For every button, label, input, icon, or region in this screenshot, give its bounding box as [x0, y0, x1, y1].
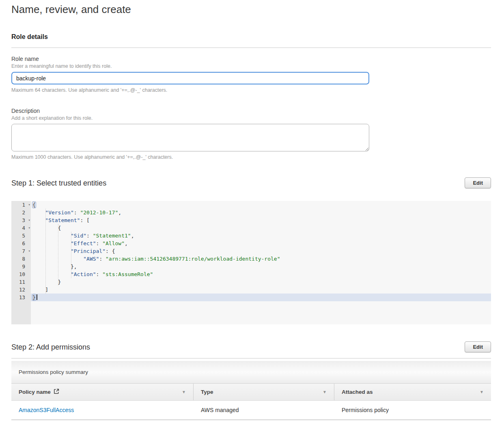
line-number: 3 [22, 217, 25, 223]
code-line-text: "Version": "2012-10-17", [31, 209, 491, 216]
line-number: 2 [22, 209, 25, 216]
line-number-gutter: 4▾ [11, 224, 31, 232]
divider [11, 47, 491, 48]
main-content: Name, review, and create Role details Ro… [0, 0, 504, 421]
line-number: 5 [22, 233, 25, 239]
line-number-gutter: 10 [11, 270, 31, 278]
code-line[interactable]: 7▾ "Principal": { [11, 247, 491, 255]
indent-guide [71, 232, 71, 278]
code-line-text: } [31, 278, 491, 286]
code-line-text: "Statement": [ [31, 216, 491, 224]
step2-heading: Step 2: Add permissions [11, 341, 90, 353]
description-constraint: Maximum 1000 characters. Use alphanumeri… [11, 154, 491, 160]
permissions-table-body: AmazonS3FullAccessAWS managedPermissions… [11, 401, 491, 420]
column-header-type[interactable]: Type ▼ [194, 384, 334, 400]
description-label: Description [11, 107, 491, 114]
code-line[interactable] [11, 309, 491, 317]
column-header-policy-name[interactable]: Policy name ▼ [11, 384, 194, 400]
permissions-policy-panel: Permissions policy summary Policy name ▼… [11, 361, 491, 420]
indent-guide [58, 224, 58, 286]
line-number: 13 [19, 294, 25, 300]
code-line-text: "Effect": "Allow", [31, 240, 491, 247]
line-number: 6 [22, 240, 25, 246]
line-number: 7 [22, 248, 25, 254]
code-line-text: }, [31, 263, 491, 270]
edit-permissions-button[interactable]: Edit [465, 341, 491, 352]
type-column-label: Type [201, 389, 213, 395]
line-number-gutter: 9 [11, 263, 31, 270]
code-line-text: "AWS": "arn:aws:iam::541263489771:role/w… [31, 255, 491, 263]
code-line-text [31, 317, 491, 324]
line-number-gutter: 13 [11, 294, 31, 301]
code-line[interactable]: 4▾ { [11, 224, 491, 232]
code-line[interactable]: 6 "Effect": "Allow", [11, 240, 491, 247]
code-line-text: "Principal": { [31, 247, 491, 255]
column-header-attached-as[interactable]: Attached as ▼ [334, 384, 491, 400]
line-number-gutter: 6 [11, 240, 31, 247]
code-line-text: "Action": "sts:AssumeRole" [31, 270, 491, 278]
step1-header-row: Step 1: Select trusted entities Edit [11, 177, 491, 189]
code-line[interactable]: 13} [11, 294, 491, 301]
code-line[interactable]: 3▾ "Statement": [ [11, 216, 491, 224]
table-row: AmazonS3FullAccessAWS managedPermissions… [11, 401, 491, 420]
line-number: 11 [19, 279, 25, 285]
line-number-gutter: 1▾ [11, 201, 31, 209]
edit-trusted-entities-button[interactable]: Edit [465, 177, 491, 188]
line-number: 12 [19, 287, 25, 293]
line-number: 10 [19, 271, 25, 277]
line-number-gutter [11, 301, 31, 309]
code-line[interactable]: 11 } [11, 278, 491, 286]
fold-arrow-icon[interactable]: ▾ [28, 201, 30, 209]
fold-arrow-icon[interactable]: ▾ [28, 224, 30, 232]
code-line[interactable]: 1▾{ [11, 201, 491, 209]
sort-icon[interactable]: ▼ [182, 390, 186, 394]
step2-header-row: Step 2: Add permissions Edit [11, 341, 491, 353]
code-lines: 1▾{2 "Version": "2012-10-17",3▾ "Stateme… [11, 201, 491, 324]
line-number-gutter: 11 [11, 278, 31, 286]
code-line-text: { [31, 224, 491, 232]
line-number: 4 [22, 225, 25, 231]
fold-arrow-icon[interactable]: ▾ [28, 216, 30, 224]
attached-as-cell: Permissions policy [334, 407, 491, 413]
sort-icon[interactable]: ▼ [480, 390, 484, 394]
code-line[interactable]: 9 }, [11, 263, 491, 270]
description-block: Description Add a short explanation for … [11, 107, 491, 160]
permissions-table-header: Policy name ▼ Type ▼ Attached as ▼ [11, 384, 491, 401]
sort-icon[interactable]: ▼ [323, 390, 327, 394]
trust-policy-editor[interactable]: 1▾{2 "Version": "2012-10-17",3▾ "Stateme… [11, 201, 491, 324]
line-number-gutter [11, 309, 31, 317]
code-line-text: { [31, 201, 491, 209]
text-cursor-icon [37, 294, 37, 300]
page-title: Name, review, and create [11, 3, 491, 16]
line-number-gutter: 8 [11, 255, 31, 263]
line-number-gutter [11, 317, 31, 324]
line-number: 8 [22, 256, 25, 262]
line-number-gutter: 12 [11, 286, 31, 294]
line-number-gutter: 7▾ [11, 247, 31, 255]
role-details-heading: Role details [11, 33, 491, 41]
step1-heading: Step 1: Select trusted entities [11, 177, 106, 189]
policy-name-link[interactable]: AmazonS3FullAccess [19, 407, 74, 413]
fold-arrow-icon[interactable]: ▾ [28, 247, 30, 255]
divider [11, 358, 491, 358]
role-name-constraint: Maximum 64 characters. Use alphanumeric … [11, 87, 491, 93]
permissions-panel-title: Permissions policy summary [11, 361, 491, 384]
code-line[interactable] [11, 301, 491, 309]
line-number-gutter: 3▾ [11, 216, 31, 224]
external-link-icon [54, 389, 59, 395]
code-line-text: ] [31, 286, 491, 294]
attached-as-column-label: Attached as [342, 389, 373, 395]
code-line-text: } [31, 294, 491, 301]
line-number-gutter: 2 [11, 209, 31, 216]
code-line[interactable]: 8 "AWS": "arn:aws:iam::541263489771:role… [11, 255, 491, 263]
code-line[interactable]: 5 "Sid": "Statement1", [11, 232, 491, 240]
code-line[interactable]: 2 "Version": "2012-10-17", [11, 209, 491, 216]
line-number-gutter: 5 [11, 232, 31, 240]
role-name-input[interactable] [11, 72, 369, 84]
code-line[interactable]: 12 ] [11, 286, 491, 294]
description-textarea[interactable] [11, 124, 369, 151]
code-line[interactable] [11, 317, 491, 324]
role-name-hint: Enter a meaningful name to identify this… [11, 63, 491, 69]
code-line[interactable]: 10 "Action": "sts:AssumeRole" [11, 270, 491, 278]
line-number: 1 [22, 202, 25, 208]
